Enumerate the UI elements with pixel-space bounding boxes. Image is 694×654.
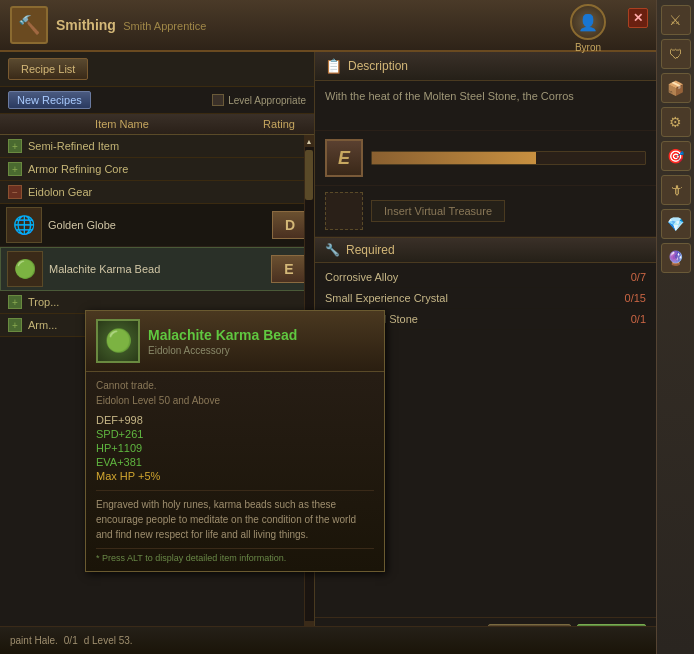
description-title: Description	[348, 59, 408, 73]
section-semi-refined[interactable]: + Semi-Refined Item	[0, 135, 314, 158]
popup-body: Cannot trade. Eidolon Level 50 and Above…	[86, 372, 384, 571]
item-name-malachite: Malachite Karma Bead	[49, 263, 271, 275]
status-bar: paint Hale. 0/1 d Level 53.	[0, 626, 656, 654]
description-icon: 📋	[325, 58, 342, 74]
sidebar-icon-5[interactable]: 🎯	[661, 141, 691, 171]
plus-icon-semi-refined[interactable]: +	[8, 139, 22, 153]
title-bar: 🔨 Smithing Smith Apprentice 👤 Byron ✕	[0, 0, 656, 52]
popup-stat-hp: HP+1109	[96, 442, 374, 454]
plus-icon-arm[interactable]: +	[8, 318, 22, 332]
sidebar-icon-6[interactable]: 🗡	[661, 175, 691, 205]
list-item-golden-globe[interactable]: 🌐 Golden Globe D	[0, 204, 314, 247]
npc-area: 👤 Byron	[570, 4, 606, 53]
item-name-golden-globe: Golden Globe	[48, 219, 272, 231]
window-title: Smithing	[56, 17, 116, 33]
minus-icon-eidolon[interactable]: −	[8, 185, 22, 199]
close-button[interactable]: ✕	[628, 8, 648, 28]
grade-bar	[372, 152, 536, 164]
item-rating-golden-globe: D	[272, 211, 308, 239]
recipe-list-header: Recipe List	[0, 52, 314, 87]
popup-stat-spd: SPD+261	[96, 428, 374, 440]
level-appropriate-check: Level Appropriate	[212, 94, 306, 106]
table-header: Item Name Rating	[0, 114, 314, 135]
col-rating: Rating	[244, 118, 314, 130]
popup-stat-def: DEF+998	[96, 414, 374, 426]
section-eidolon-gear[interactable]: − Eidolon Gear	[0, 181, 314, 204]
item-icon-malachite: 🟢	[7, 251, 43, 287]
sidebar-icon-4[interactable]: ⚙	[661, 107, 691, 137]
list-item-malachite-karma-bead[interactable]: 🟢 Malachite Karma Bead E	[0, 247, 314, 291]
popup-tip: * Press ALT to display detailed item inf…	[96, 548, 374, 563]
sidebar-icon-7[interactable]: 💎	[661, 209, 691, 239]
popup-description: Engraved with holy runes, karma beads su…	[96, 490, 374, 542]
section-label-eidolon: Eidolon Gear	[28, 186, 92, 198]
popup-item-icon: 🟢	[96, 319, 140, 363]
section-label-semi-refined: Semi-Refined Item	[28, 140, 119, 152]
level-appropriate-label: Level Appropriate	[228, 95, 306, 106]
item-rating-malachite: E	[271, 255, 307, 283]
material-count-small-exp-crystal: 0/15	[625, 292, 646, 304]
new-recipes-button[interactable]: New Recipes	[8, 91, 91, 109]
sidebar-icon-1[interactable]: ⚔	[661, 5, 691, 35]
scroll-up-arrow[interactable]: ▲	[304, 135, 314, 147]
popup-stat-eva: EVA+381	[96, 456, 374, 468]
right-sidebar: ⚔ 🛡 📦 ⚙ 🎯 🗡 💎 🔮	[656, 0, 694, 654]
treasure-slot: Insert Virtual Treasure	[315, 186, 656, 237]
material-row-corrosive-alloy: Corrosive Alloy 0/7	[315, 267, 656, 288]
material-count-molten-steel: 0/1	[631, 313, 646, 325]
required-title: Required	[346, 243, 395, 257]
recipe-visual: E	[315, 131, 656, 186]
required-header: 🔧 Required	[315, 237, 656, 263]
sidebar-icon-3[interactable]: 📦	[661, 73, 691, 103]
smithing-icon: 🔨	[10, 6, 48, 44]
popup-header: 🟢 Malachite Karma Bead Eidolon Accessory	[86, 311, 384, 372]
plus-icon-armor-refining[interactable]: +	[8, 162, 22, 176]
material-name-corrosive-alloy: Corrosive Alloy	[325, 271, 631, 283]
section-label-trop: Trop...	[28, 296, 59, 308]
item-popup: 🟢 Malachite Karma Bead Eidolon Accessory…	[85, 310, 385, 572]
popup-item-name: Malachite Karma Bead	[148, 327, 297, 343]
recipe-grade: E	[325, 139, 363, 177]
sub-header: New Recipes Level Appropriate	[0, 87, 314, 114]
status-text-2: 0/1	[64, 635, 78, 646]
treasure-label[interactable]: Insert Virtual Treasure	[371, 200, 505, 222]
popup-item-type: Eidolon Accessory	[148, 345, 297, 356]
section-label-arm: Arm...	[28, 319, 57, 331]
item-icon-golden-globe: 🌐	[6, 207, 42, 243]
required-icon: 🔧	[325, 243, 340, 257]
scroll-thumb[interactable]	[305, 150, 313, 200]
description-text: With the heat of the Molten Steel Stone,…	[315, 81, 656, 131]
popup-stat-maxhp: Max HP +5%	[96, 470, 374, 482]
material-count-corrosive-alloy: 0/7	[631, 271, 646, 283]
col-item-name: Item Name	[0, 118, 244, 130]
recipe-list-button[interactable]: Recipe List	[8, 58, 88, 80]
plus-icon-trop[interactable]: +	[8, 295, 22, 309]
description-header: 📋 Description	[315, 52, 656, 81]
sidebar-icon-8[interactable]: 🔮	[661, 243, 691, 273]
status-text-1: paint Hale.	[10, 635, 58, 646]
status-text-3: d Level 53.	[84, 635, 133, 646]
section-label-armor-refining: Armor Refining Core	[28, 163, 128, 175]
level-appropriate-checkbox[interactable]	[212, 94, 224, 106]
popup-note: Cannot trade.	[96, 380, 374, 391]
npc-avatar: 👤	[570, 4, 606, 40]
sidebar-icon-2[interactable]: 🛡	[661, 39, 691, 69]
material-name-small-exp-crystal: Small Experience Crystal	[325, 292, 625, 304]
treasure-icon-box[interactable]	[325, 192, 363, 230]
grade-bar-container	[371, 151, 646, 165]
section-armor-refining[interactable]: + Armor Refining Core	[0, 158, 314, 181]
window-subtitle: Smith Apprentice	[123, 20, 206, 32]
npc-name: Byron	[575, 42, 601, 53]
popup-restriction: Eidolon Level 50 and Above	[96, 395, 374, 406]
material-row-small-exp-crystal: Small Experience Crystal 0/15	[315, 288, 656, 309]
